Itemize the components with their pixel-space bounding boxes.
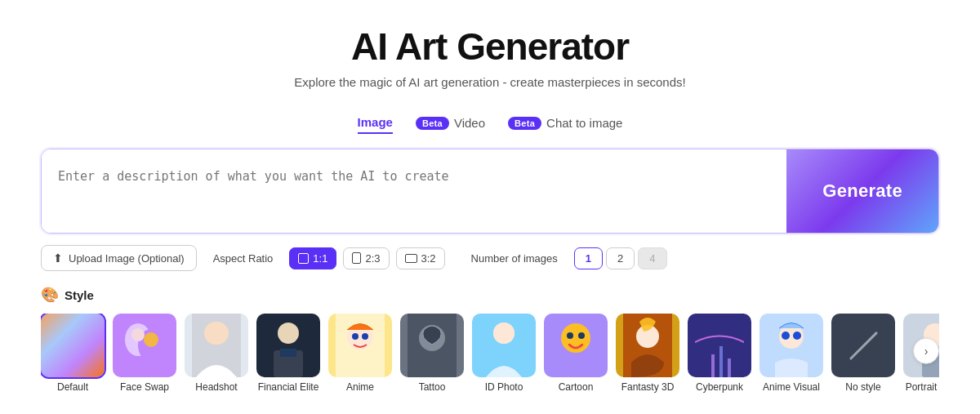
- style-item-default[interactable]: Default: [41, 314, 105, 394]
- style-item-tattoo[interactable]: Tattoo: [400, 314, 464, 394]
- style-section-label: Style: [65, 288, 94, 302]
- num-2-button[interactable]: 2: [606, 247, 635, 269]
- svg-rect-27: [711, 354, 715, 377]
- svg-rect-29: [728, 358, 731, 377]
- style-thumb-anime: [328, 314, 392, 377]
- style-thumb-anime-visual: [760, 314, 823, 377]
- style-label-fantasy-3d: Fantasty 3D: [621, 381, 675, 394]
- palette-icon: 🎨: [41, 286, 59, 304]
- style-item-no-style[interactable]: No style: [831, 314, 895, 394]
- style-item-id-photo[interactable]: ID Photo: [472, 314, 536, 394]
- style-thumb-headshot: [185, 314, 248, 377]
- upload-icon: ⬆: [53, 252, 63, 265]
- square-icon: [298, 253, 309, 264]
- style-thumb-cyberpunk: [688, 314, 751, 377]
- upload-image-button[interactable]: ⬆ Upload Image (Optional): [41, 245, 197, 271]
- style-section: 🎨 Style Default: [41, 286, 939, 394]
- tab-video[interactable]: Beta Video: [416, 116, 485, 133]
- svg-point-3: [144, 332, 158, 347]
- tab-video-label: Video: [454, 116, 485, 130]
- portrait-icon: [352, 252, 361, 264]
- svg-point-14: [362, 333, 368, 340]
- style-thumb-default: [41, 314, 105, 377]
- aspect-1-1-button[interactable]: 1:1: [289, 247, 336, 269]
- style-item-financial-elite[interactable]: Financial Elite: [256, 314, 320, 394]
- style-thumb-tattoo: [400, 314, 464, 377]
- style-label-anime: Anime: [346, 381, 374, 394]
- style-thumb-cartoon: [544, 314, 608, 377]
- num-images-options: 1 2 4: [574, 247, 667, 269]
- aspect-3-2-button[interactable]: 3:2: [396, 247, 445, 269]
- svg-point-8: [278, 323, 299, 344]
- style-item-face-swap[interactable]: Face Swap: [113, 314, 176, 394]
- style-list: Default Face Swa: [41, 314, 939, 394]
- style-label-cartoon: Cartoon: [559, 381, 594, 394]
- style-item-anime-visual[interactable]: Anime Visual: [760, 314, 823, 394]
- svg-rect-10: [280, 349, 296, 357]
- style-label-anime-visual: Anime Visual: [763, 381, 820, 394]
- style-item-cyberpunk[interactable]: Cyberpunk: [688, 314, 751, 394]
- style-thumb-fantasy-3d: [616, 314, 679, 377]
- prompt-input-row: Generate: [41, 149, 939, 234]
- svg-rect-6: [204, 322, 229, 345]
- svg-point-2: [131, 328, 145, 341]
- style-item-headshot[interactable]: Headshot: [185, 314, 248, 394]
- svg-rect-19: [493, 323, 514, 344]
- tab-image[interactable]: Image: [358, 115, 393, 134]
- svg-point-13: [352, 333, 359, 340]
- video-beta-badge: Beta: [416, 117, 449, 130]
- upload-button-label: Upload Image (Optional): [69, 252, 185, 265]
- svg-point-33: [793, 332, 801, 340]
- aspect-3-2-label: 3:2: [421, 252, 436, 265]
- landscape-icon: [405, 254, 417, 263]
- aspect-2-3-label: 2:3: [365, 252, 380, 265]
- svg-rect-28: [719, 346, 723, 377]
- prompt-input[interactable]: [42, 149, 786, 233]
- style-label-headshot: Headshot: [195, 381, 237, 394]
- style-label-tattoo: Tattoo: [419, 381, 446, 394]
- svg-point-22: [567, 332, 573, 339]
- tabs-row: Image Beta Video Beta Chat to image: [358, 115, 623, 134]
- tab-chat[interactable]: Beta Chat to image: [508, 116, 622, 133]
- style-item-anime[interactable]: Anime: [328, 314, 392, 394]
- style-label-cyberpunk: Cyberpunk: [696, 381, 743, 394]
- aspect-1-1-label: 1:1: [313, 252, 327, 265]
- page-subtitle: Explore the magic of AI art generation -…: [294, 75, 685, 89]
- style-label-id-photo: ID Photo: [485, 381, 523, 394]
- num-images-label: Number of images: [471, 252, 558, 265]
- style-thumb-id-photo: [472, 314, 536, 377]
- style-header: 🎨 Style: [41, 286, 939, 304]
- style-thumb-no-style: [831, 314, 895, 377]
- aspect-ratio-options: 1:1 2:3 3:2: [289, 247, 444, 269]
- num-1-button[interactable]: 1: [574, 247, 603, 269]
- slash-icon: [849, 331, 877, 359]
- style-label-face-swap: Face Swap: [120, 381, 169, 394]
- tab-image-label: Image: [358, 115, 393, 129]
- num-4-button: 4: [638, 247, 666, 269]
- controls-row: ⬆ Upload Image (Optional) Aspect Ratio 1…: [41, 245, 939, 271]
- style-label-portrait-of-art: Portrait Of Art: [906, 381, 939, 394]
- style-thumb-face-swap: [113, 314, 176, 377]
- style-next-arrow[interactable]: ›: [913, 338, 939, 364]
- style-label-financial-elite: Financial Elite: [258, 381, 319, 394]
- page-title: AI Art Generator: [294, 24, 685, 69]
- style-thumb-financial-elite: [256, 314, 320, 377]
- aspect-ratio-label: Aspect Ratio: [213, 252, 274, 265]
- style-list-wrapper: Default Face Swa: [41, 314, 939, 394]
- style-label-no-style: No style: [845, 381, 880, 394]
- style-item-cartoon[interactable]: Cartoon: [544, 314, 608, 394]
- generate-button[interactable]: Generate: [786, 149, 938, 233]
- aspect-2-3-button[interactable]: 2:3: [343, 247, 389, 269]
- svg-point-23: [578, 332, 585, 339]
- header-section: AI Art Generator Explore the magic of AI…: [294, 24, 685, 102]
- svg-point-32: [782, 332, 790, 340]
- style-item-fantasy-3d[interactable]: Fantasty 3D: [616, 314, 679, 394]
- style-label-default: Default: [57, 381, 88, 394]
- chat-beta-badge: Beta: [508, 117, 541, 130]
- tab-chat-label: Chat to image: [546, 116, 622, 130]
